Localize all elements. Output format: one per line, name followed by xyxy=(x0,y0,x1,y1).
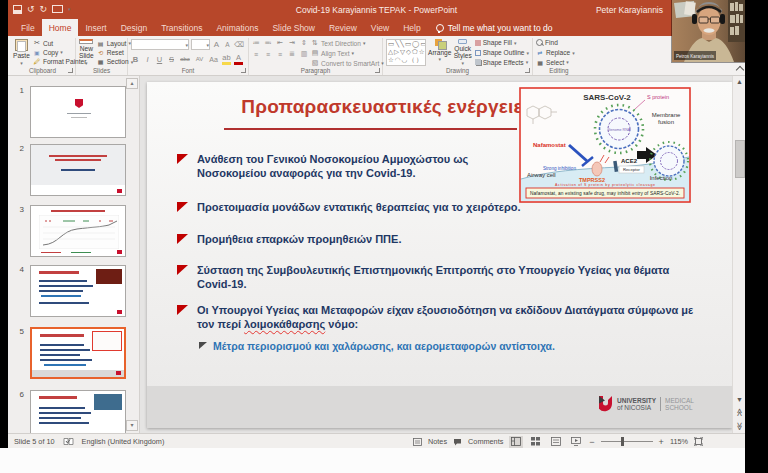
slide-thumbnail-5-selected[interactable] xyxy=(30,327,126,379)
italic-button[interactable]: I xyxy=(143,55,152,64)
tab-review[interactable]: Review xyxy=(322,19,364,36)
slide-thumbnail-2[interactable] xyxy=(30,144,126,196)
columns-icon[interactable]: ▥ xyxy=(300,50,308,58)
highlight-color-button[interactable]: ab xyxy=(222,53,231,65)
shape-effects-button[interactable]: Shape Effects▾ xyxy=(475,58,529,66)
shape-outline-button[interactable]: Shape Outline▾ xyxy=(475,49,529,57)
slide-thumbnail-3[interactable] xyxy=(30,205,126,257)
tab-slideshow[interactable]: Slide Show xyxy=(265,19,322,36)
thumbnail-scroll-up-button[interactable]: ▴ xyxy=(126,78,138,89)
zoom-level[interactable]: 115% xyxy=(670,437,688,446)
paragraph-dialog-launcher-icon[interactable] xyxy=(375,68,380,73)
normal-view-button[interactable] xyxy=(509,436,523,448)
select-button[interactable]: ▦Select▾ xyxy=(536,58,575,66)
decrease-indent-icon[interactable]: ⇤ xyxy=(276,39,284,47)
increase-indent-icon[interactable]: ⇥ xyxy=(288,39,296,47)
thumbnail-scroll-down-button[interactable]: ▾ xyxy=(126,420,138,431)
new-slide-button[interactable]: New Slide ▾ xyxy=(79,39,94,66)
character-spacing-button[interactable]: AV xyxy=(194,56,205,62)
section-icon: ▦ xyxy=(97,58,105,65)
sars-cov-2-diagram[interactable]: SARS-CoV-2 S protein Genome RNA Membrane… xyxy=(519,87,691,203)
shapes-gallery[interactable]: ▭╲╲▭◯▭△▷▽◇⬠☆☆◠◡（）☆ xyxy=(386,39,426,66)
slide-thumbnail-6[interactable] xyxy=(30,390,126,433)
tab-home[interactable]: Home xyxy=(42,19,79,36)
grow-font-button[interactable]: A xyxy=(212,40,221,49)
justify-icon[interactable]: ≣ xyxy=(288,50,296,58)
font-dialog-launcher-icon[interactable] xyxy=(241,68,246,73)
zoom-in-button[interactable]: + xyxy=(659,437,664,447)
signed-in-user[interactable]: Peter Karayiannis xyxy=(596,5,663,15)
bullets-icon[interactable]: ≔ xyxy=(252,39,260,47)
quick-styles-dropdown-icon[interactable]: ▾ xyxy=(461,61,464,67)
scrollbar-thumb[interactable] xyxy=(735,140,745,178)
title-underline xyxy=(224,128,517,130)
cut-icon: ✂ xyxy=(33,39,41,47)
strikethrough-button[interactable]: S xyxy=(167,55,176,64)
tab-design[interactable]: Design xyxy=(114,19,154,36)
zoom-out-button[interactable]: − xyxy=(589,437,594,447)
arrange-dropdown-icon[interactable]: ▾ xyxy=(438,57,441,63)
airway-cell-label: Airway cell xyxy=(527,172,556,178)
align-text-icon: ▤ xyxy=(311,49,319,57)
slide-title-textbox[interactable]: Προπαρασκευαστικές ενέργειες xyxy=(207,96,567,118)
replace-button[interactable]: ⇄Replace▾ xyxy=(536,49,575,57)
notes-button[interactable]: Notes xyxy=(428,437,447,446)
align-right-icon[interactable]: ≡ xyxy=(276,51,284,58)
slide-thumbnail-4[interactable] xyxy=(30,265,126,317)
bullet-item-3[interactable]: Προμήθεια επαρκών προμηθειών ΠΠΕ. xyxy=(175,232,597,246)
font-color-button[interactable]: A xyxy=(234,53,243,65)
fit-slide-to-window-icon[interactable] xyxy=(694,437,703,446)
numbering-icon[interactable]: ≕ xyxy=(264,39,272,47)
tab-transitions[interactable]: Transitions xyxy=(154,19,209,36)
tab-help[interactable]: Help xyxy=(396,19,427,36)
font-name-combo[interactable]: ▾ xyxy=(131,39,189,50)
slideshow-view-button[interactable] xyxy=(569,436,583,448)
sub-bullet-item[interactable]: Μέτρα περιορισμού και χαλάρωσης, και αερ… xyxy=(197,340,673,352)
quick-styles-button[interactable]: Quick Styles ▾ xyxy=(454,39,472,66)
underline-button[interactable]: U xyxy=(155,55,164,64)
bullet-item-5[interactable]: Οι Υπουργοί Υγείας και Μεταφορών είχαν ε… xyxy=(175,303,707,332)
shape-fill-button[interactable]: Shape Fill▾ xyxy=(475,39,529,47)
bold-button[interactable]: B xyxy=(131,55,140,64)
shrink-font-button[interactable]: A xyxy=(223,41,232,48)
tab-animations[interactable]: Animations xyxy=(209,19,265,36)
slide-thumbnail-1[interactable] xyxy=(30,86,126,138)
convert-smartart-button[interactable]: ▧Convert to SmartArt▾ xyxy=(311,59,384,67)
tab-insert[interactable]: Insert xyxy=(78,19,113,36)
spell-check-icon[interactable] xyxy=(63,437,74,446)
reading-view-button[interactable] xyxy=(549,436,563,448)
bullet-item-4[interactable]: Σύσταση της Συμβουλευτικής Επιστημονικής… xyxy=(175,263,702,292)
align-text-button[interactable]: ▤Align Text▾ xyxy=(311,49,384,57)
tab-view[interactable]: View xyxy=(364,19,396,36)
previous-slide-button[interactable]: ≪ xyxy=(735,406,744,419)
tell-me-box[interactable]: Tell me what you want to do xyxy=(428,19,561,36)
slide-sorter-view-button[interactable] xyxy=(529,436,543,448)
font-size-combo[interactable]: ▾ xyxy=(191,39,210,50)
zoom-slider[interactable] xyxy=(601,441,653,442)
find-button[interactable]: Find xyxy=(536,39,575,47)
text-shadow-button[interactable]: abc xyxy=(179,56,191,62)
line-spacing-icon[interactable]: ⇕ xyxy=(300,39,308,47)
clipboard-dialog-launcher-icon[interactable] xyxy=(68,68,73,73)
language-indicator[interactable]: English (United Kingdom) xyxy=(82,437,165,446)
next-slide-button[interactable]: ≫ xyxy=(735,420,744,433)
paste-button[interactable]: Paste ▾ xyxy=(13,39,30,66)
align-center-icon[interactable]: ≡ xyxy=(264,51,272,58)
ribbon: Paste ▾ ✂Cut ▣Copy▾ 🖉Format Painter Clip… xyxy=(8,36,745,76)
new-slide-dropdown-icon[interactable]: ▾ xyxy=(85,61,88,67)
bullet-item-1[interactable]: Ανάθεση του Γενικού Νοσοκομείου Αμμοχώστ… xyxy=(175,152,537,181)
drawing-dialog-launcher-icon[interactable] xyxy=(525,68,530,73)
paste-dropdown-icon[interactable]: ▾ xyxy=(20,61,23,67)
zoom-slider-thumb[interactable] xyxy=(621,437,624,446)
change-case-button[interactable]: Aa xyxy=(208,56,219,63)
align-left-icon[interactable]: ≡ xyxy=(252,51,260,58)
comments-button[interactable]: Comments xyxy=(468,437,503,446)
clear-formatting-button[interactable]: ⌫ xyxy=(234,41,243,49)
thumbnail-chart xyxy=(39,215,119,249)
thumbnail-number: 5 xyxy=(8,327,24,336)
strong-inhibition-label: Strong inhibition xyxy=(543,166,576,171)
slide-canvas[interactable]: Προπαρασκευαστικές ενέργειες Ανάθεση του… xyxy=(147,82,732,428)
text-direction-button[interactable]: ⇅Text Direction▾ xyxy=(311,39,384,47)
tab-file[interactable]: File xyxy=(14,19,42,36)
arrange-button[interactable]: Arrange ▾ xyxy=(429,39,451,66)
